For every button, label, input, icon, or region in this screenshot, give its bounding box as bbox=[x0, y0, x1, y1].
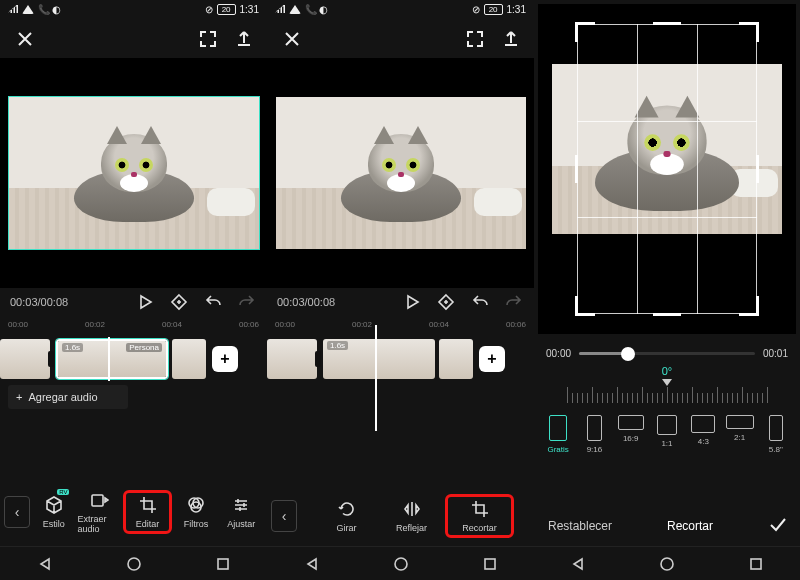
ratio-1-1[interactable]: 1:1 bbox=[651, 415, 683, 454]
add-clip-button[interactable]: + bbox=[479, 346, 505, 372]
ratio-box-icon bbox=[726, 415, 754, 429]
tool-reflejar[interactable]: Reflejar bbox=[380, 495, 443, 537]
ruler-mark: 00:06 bbox=[506, 320, 526, 329]
clip-next[interactable] bbox=[172, 339, 206, 379]
crop-handle-left[interactable] bbox=[575, 155, 578, 183]
tool-extraer-audio[interactable]: Extraer audio bbox=[77, 486, 120, 538]
battery-indicator: 20 bbox=[484, 4, 503, 15]
close-button[interactable] bbox=[277, 24, 305, 52]
rotation-value: 0° bbox=[534, 363, 800, 377]
signal-icon bbox=[8, 5, 18, 13]
ratio-5-8[interactable]: 5.8" bbox=[760, 415, 792, 454]
nav-home-icon[interactable] bbox=[659, 556, 675, 572]
toolbar-back-button[interactable]: ‹ bbox=[271, 500, 297, 532]
nav-home-icon[interactable] bbox=[126, 556, 142, 572]
ratio-box-icon bbox=[549, 415, 567, 441]
play-button[interactable] bbox=[135, 292, 155, 312]
playhead[interactable] bbox=[108, 337, 110, 381]
svg-rect-0 bbox=[92, 495, 103, 506]
tool-filtros[interactable]: Filtros bbox=[174, 491, 217, 533]
tool-estilo[interactable]: RV Estilo bbox=[32, 491, 75, 533]
clip-track[interactable]: 1.6s + bbox=[267, 337, 534, 381]
export-button[interactable] bbox=[496, 24, 524, 52]
tool-editar[interactable]: Editar bbox=[123, 490, 172, 534]
upload-icon bbox=[234, 29, 252, 47]
clip-prev[interactable] bbox=[0, 339, 50, 379]
scrub-knob[interactable] bbox=[621, 347, 635, 361]
clip-transition[interactable] bbox=[315, 351, 321, 367]
ruler-mark: 00:06 bbox=[239, 320, 259, 329]
crop-handle-tl[interactable] bbox=[575, 22, 595, 42]
status-bar: 📞 ◐ ⊘ 20 1:31 bbox=[267, 0, 534, 18]
close-button[interactable] bbox=[10, 24, 38, 52]
fullscreen-button[interactable] bbox=[193, 24, 221, 52]
crop-grid bbox=[577, 24, 757, 314]
add-audio-button[interactable]: + Agregar audio bbox=[8, 385, 128, 409]
ratio-box-icon bbox=[769, 415, 783, 441]
bottom-toolbar: ‹ Girar Reflejar Recortar bbox=[267, 486, 534, 546]
undo-button[interactable] bbox=[203, 292, 223, 312]
rotation-scale[interactable] bbox=[546, 379, 788, 403]
export-button[interactable] bbox=[229, 24, 257, 52]
nav-recents-icon[interactable] bbox=[482, 556, 498, 572]
clip-transition[interactable] bbox=[48, 351, 54, 367]
clip-main[interactable]: 1.6s bbox=[323, 339, 435, 379]
tool-label: Filtros bbox=[184, 519, 209, 529]
crop-handle-bottom[interactable] bbox=[653, 313, 681, 316]
clip-prev[interactable] bbox=[267, 339, 317, 379]
crop-handle-br[interactable] bbox=[739, 296, 759, 316]
nav-back-icon[interactable] bbox=[37, 556, 53, 572]
keyframe-button[interactable] bbox=[169, 292, 189, 312]
ratio-gratis[interactable]: Gratis bbox=[542, 415, 574, 454]
editor-panel-edit: 📞 ◐ ⊘ 20 1:31 00:03/00 bbox=[0, 0, 267, 580]
toolbar-back-button[interactable]: ‹ bbox=[4, 496, 30, 528]
redo-button[interactable] bbox=[504, 292, 524, 312]
nav-home-icon[interactable] bbox=[393, 556, 409, 572]
ratio-9-16[interactable]: 9:16 bbox=[578, 415, 610, 454]
tool-ajustar[interactable]: Ajustar bbox=[220, 491, 263, 533]
ratio-2-1[interactable]: 2:1 bbox=[723, 415, 755, 454]
add-clip-button[interactable]: + bbox=[212, 346, 238, 372]
crop-confirm-label: Recortar bbox=[612, 519, 768, 533]
ratio-label: 16:9 bbox=[623, 434, 639, 443]
check-icon bbox=[768, 515, 786, 533]
crop-handle-right[interactable] bbox=[756, 155, 759, 183]
keyframe-button[interactable] bbox=[436, 292, 456, 312]
redo-button[interactable] bbox=[237, 292, 257, 312]
tool-label: Ajustar bbox=[227, 519, 255, 529]
nav-back-icon[interactable] bbox=[304, 556, 320, 572]
reset-button[interactable]: Restablecer bbox=[548, 519, 612, 533]
mirror-icon bbox=[402, 499, 422, 519]
ratio-16-9[interactable]: 16:9 bbox=[615, 415, 647, 454]
play-button[interactable] bbox=[402, 292, 422, 312]
preview-frame bbox=[276, 97, 526, 249]
ratio-4-3[interactable]: 4:3 bbox=[687, 415, 719, 454]
nav-recents-icon[interactable] bbox=[215, 556, 231, 572]
nav-recents-icon[interactable] bbox=[748, 556, 764, 572]
aspect-ratio-row: Gratis9:1616:91:14:32:15.8" bbox=[534, 409, 800, 460]
crop-handle-top[interactable] bbox=[653, 22, 681, 25]
dnd-icon: ⊘ bbox=[472, 4, 480, 15]
tool-recortar[interactable]: Recortar bbox=[445, 494, 514, 538]
crop-frame[interactable] bbox=[577, 24, 757, 314]
tool-girar[interactable]: Girar bbox=[315, 495, 378, 537]
clip-track[interactable]: 1.6s Persona + bbox=[0, 337, 267, 381]
clip-next[interactable] bbox=[439, 339, 473, 379]
scrub-slider[interactable] bbox=[579, 352, 755, 355]
nav-back-icon[interactable] bbox=[570, 556, 586, 572]
crop-preview[interactable] bbox=[538, 4, 796, 334]
crop-handle-tr[interactable] bbox=[739, 22, 759, 42]
video-preview[interactable] bbox=[267, 58, 534, 288]
confirm-button[interactable] bbox=[768, 515, 786, 536]
crop-handle-bl[interactable] bbox=[575, 296, 595, 316]
playhead[interactable] bbox=[375, 325, 377, 431]
wifi-icon bbox=[289, 5, 301, 14]
ratio-box-icon bbox=[691, 415, 715, 433]
status-time: 1:31 bbox=[240, 4, 259, 15]
timeline-ruler: 00:00 00:02 00:04 00:06 bbox=[0, 316, 267, 333]
wifi-icon bbox=[22, 5, 34, 14]
clip-selected[interactable]: 1.6s Persona bbox=[56, 339, 168, 379]
undo-button[interactable] bbox=[470, 292, 490, 312]
video-preview[interactable] bbox=[0, 58, 267, 288]
fullscreen-button[interactable] bbox=[460, 24, 488, 52]
